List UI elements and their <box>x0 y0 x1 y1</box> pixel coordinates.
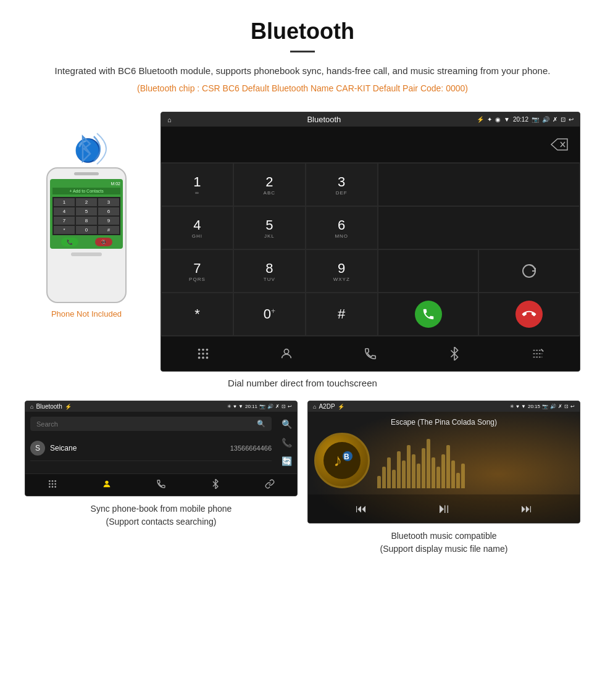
svg-point-25 <box>105 481 108 484</box>
phonebook-content: Search 🔍 S Seicane 13566664466 🔍 <box>25 412 297 473</box>
svg-point-14 <box>285 349 289 354</box>
music-statusbar: ⌂ A2DP ⚡ ✳♥▼ 20:15 📷🔊✗⊡↩ <box>308 401 580 412</box>
dial-bottom-nav <box>161 336 580 371</box>
pb-nav-contacts[interactable] <box>102 479 112 491</box>
page-description: Integrated with BC6 Bluetooth module, su… <box>37 64 568 78</box>
music-app-name: A2DP <box>319 403 335 410</box>
pb-home-icon[interactable]: ⌂ <box>30 404 33 410</box>
phone-speaker <box>74 172 99 175</box>
nav-dialpad-icon[interactable] <box>192 343 214 365</box>
back-icon[interactable]: ↩ <box>569 116 574 123</box>
pb-nav-link[interactable] <box>265 479 275 491</box>
svg-point-19 <box>49 483 51 485</box>
main-section: 🔵 M:02 + Add to Contacts 123 456 <box>0 112 605 372</box>
dial-key-2[interactable]: 2ABC <box>233 163 306 206</box>
svg-text:♪: ♪ <box>333 451 342 470</box>
music-visualizer <box>377 433 574 488</box>
nav-phone-icon[interactable] <box>359 343 382 365</box>
phonebook-statusbar: ⌂ Bluetooth ⚡ ✳♥▼ 20:11 📷🔊✗⊡↩ <box>25 401 297 412</box>
home-icon[interactable]: ⌂ <box>167 116 172 123</box>
pb-usb-icon: ⚡ <box>65 404 72 410</box>
dial-key-5[interactable]: 5JKL <box>233 206 306 249</box>
svg-point-18 <box>54 480 56 482</box>
page-header: Bluetooth Integrated with BC6 Bluetooth … <box>0 0 605 112</box>
contact-name: Seicane <box>50 444 230 452</box>
dial-key-star[interactable]: * <box>161 293 233 336</box>
phone-screen: M:02 + Add to Contacts 123 456 789 *0# 📞… <box>50 179 123 249</box>
hangup-button[interactable] <box>515 301 543 328</box>
pb-call-side-icon[interactable]: 📞 <box>282 438 292 448</box>
dial-key-6[interactable]: 6MNO <box>306 206 378 249</box>
svg-point-5 <box>198 349 201 351</box>
svg-point-13 <box>206 357 208 359</box>
contact-item[interactable]: S Seicane 13566664466 <box>30 436 272 461</box>
backspace-cell[interactable] <box>406 127 580 162</box>
album-art: ♪ B <box>314 433 370 488</box>
dial-caption: Dial number direct from touchscreen <box>0 378 605 388</box>
phonebook-main: Search 🔍 S Seicane 13566664466 <box>25 412 277 473</box>
call-button-cell[interactable] <box>378 293 479 336</box>
pb-nav-phone[interactable] <box>156 479 166 491</box>
pb-statusbar-right: ✳♥▼ 20:11 📷🔊✗⊡↩ <box>227 404 292 409</box>
close-icon[interactable]: ✗ <box>553 116 557 123</box>
music-screen: ⌂ A2DP ⚡ ✳♥▼ 20:15 📷🔊✗⊡↩ Escape (The Pin… <box>307 401 580 523</box>
play-pause-button[interactable]: ⏯ <box>437 501 451 517</box>
music-song-title: Escape (The Pina Colada Song) <box>314 418 574 427</box>
pb-app-name: Bluetooth <box>36 403 62 410</box>
title-divider <box>290 51 315 52</box>
phonebook-block: ⌂ Bluetooth ⚡ ✳♥▼ 20:11 📷🔊✗⊡↩ Search 🔍 <box>25 401 298 556</box>
svg-text:B: B <box>344 452 349 461</box>
dial-key-8[interactable]: 8TUV <box>233 249 306 293</box>
dial-key-3[interactable]: 3DEF <box>306 163 378 206</box>
contact-number: 13566664466 <box>230 444 272 452</box>
svg-point-21 <box>54 483 56 485</box>
svg-point-8 <box>198 352 201 355</box>
music-statusbar-right: ✳♥▼ 20:15 📷🔊✗⊡↩ <box>510 404 575 409</box>
search-placeholder: Search <box>36 420 58 428</box>
pb-search-side-icon[interactable]: 🔍 <box>282 419 292 429</box>
hangup-button-cell[interactable] <box>478 293 580 336</box>
nav-bluetooth-icon[interactable] <box>443 343 465 365</box>
nav-settings-icon[interactable] <box>527 343 549 365</box>
svg-point-20 <box>52 483 54 485</box>
svg-point-24 <box>54 486 56 488</box>
contact-avatar: S <box>30 441 45 456</box>
camera-icon: 📷 <box>532 116 539 123</box>
contact-list: S Seicane 13566664466 <box>25 436 277 466</box>
time-display: 20:12 <box>513 116 528 123</box>
dial-key-7[interactable]: 7PQRS <box>161 249 233 293</box>
dial-display <box>161 127 406 162</box>
pb-nav-bluetooth[interactable] <box>211 479 220 491</box>
statusbar-right: ⚡ ✦ ◉ ▼ 20:12 📷 🔊 ✗ ⊡ ↩ <box>477 116 574 123</box>
pb-refresh-side-icon[interactable]: 🔄 <box>282 456 292 466</box>
svg-point-9 <box>202 352 204 355</box>
pb-nav-dialpad[interactable] <box>48 479 57 491</box>
statusbar-left: ⌂ <box>167 116 172 123</box>
phonebook-bottom-nav <box>25 473 297 496</box>
dial-key-1[interactable]: 1∞ <box>161 163 233 206</box>
redial-cell[interactable] <box>478 249 580 293</box>
contact-search-bar[interactable]: Search 🔍 <box>30 417 272 431</box>
statusbar-app-name: Bluetooth <box>307 115 341 124</box>
dial-key-0[interactable]: 0+ <box>233 293 306 336</box>
svg-point-22 <box>49 486 51 488</box>
dial-key-4[interactable]: 4GHI <box>161 206 233 249</box>
dial-key-hash[interactable]: # <box>306 293 378 336</box>
music-home-icon[interactable]: ⌂ <box>313 404 316 410</box>
location-icon: ◉ <box>495 116 501 123</box>
svg-point-7 <box>206 349 208 351</box>
call-button[interactable] <box>415 301 442 328</box>
music-controls: ⏮ ⏯ ⏭ <box>308 494 580 523</box>
signal-icon: ▼ <box>504 116 510 123</box>
nav-contacts-icon[interactable] <box>275 343 298 365</box>
svg-point-12 <box>202 357 204 359</box>
window-icon[interactable]: ⊡ <box>561 116 565 123</box>
search-icon: 🔍 <box>257 420 265 428</box>
pb-statusbar-left: ⌂ Bluetooth ⚡ <box>30 403 72 410</box>
prev-track-button[interactable]: ⏮ <box>356 502 367 515</box>
next-track-button[interactable]: ⏭ <box>521 502 532 515</box>
album-art-inner: ♪ B <box>323 442 361 479</box>
music-content: Escape (The Pina Colada Song) ♪ B <box>308 412 580 494</box>
dial-android-screen: ⌂ Bluetooth ⚡ ✦ ◉ ▼ 20:12 📷 🔊 ✗ ⊡ ↩ <box>161 112 580 372</box>
dial-key-9[interactable]: 9WXYZ <box>306 249 378 293</box>
